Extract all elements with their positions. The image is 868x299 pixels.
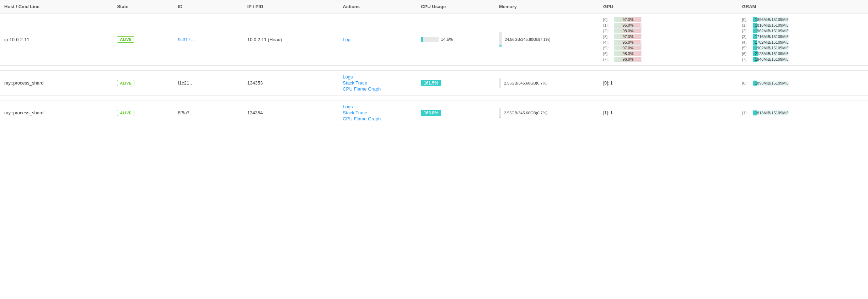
table-row: ip-10-0-2-11ALIVE9c317…10.0.2.11 (Head)L… — [0, 13, 868, 66]
ip-pid-cell: 10.0.2.11 (Head) — [243, 13, 339, 66]
gpu-pct-label: 98.0% — [614, 29, 642, 33]
gpu-pct-label: 98.0% — [614, 51, 642, 56]
gpu-index: [0]: 1 — [603, 81, 613, 86]
gpu-row: [6]: 98.0% — [603, 51, 734, 56]
gram-index: [3]: — [742, 34, 751, 39]
gram-index: [2]: — [742, 29, 751, 33]
cpu-cell: 14.6% — [417, 13, 495, 66]
col-header-id: ID — [173, 0, 243, 13]
cpu-label: 163.8% — [421, 110, 441, 116]
col-header-gram: GRAM — [738, 0, 868, 13]
gpu-bar: 95.0% — [614, 23, 642, 28]
gram-row: [7]: 1946MiB/15109MiB — [742, 57, 864, 62]
gram-index: [6]: — [742, 51, 751, 56]
gpu-index: [5]: — [603, 46, 612, 50]
gram-label: 1782MiB/15109MiB — [755, 40, 788, 45]
action-cpu-flame-graph-link[interactable]: CPU Flame Graph — [343, 116, 412, 121]
gpu-pct-label: 95.0% — [614, 23, 642, 27]
gram-row: [0]: 1893MiB/15109MiB — [742, 81, 864, 86]
gram-bar: 1962MiB/15109MiB — [753, 28, 788, 33]
gram-label: 1813MiB/15109MiB — [755, 110, 788, 115]
gpu-row: [1]: 1 — [603, 110, 734, 115]
gram-index: [1]: — [742, 23, 751, 27]
action-stack-trace-link[interactable]: Stack Trace — [343, 110, 412, 115]
state-cell: ALIVE — [113, 71, 173, 96]
gram-row: [6]: 2128MiB/15109MiB — [742, 51, 864, 56]
gpu-index: [1]: — [603, 23, 612, 27]
cpu-label: 161.5% — [421, 80, 441, 86]
memory-text: 2.55GB/345.60GB(0.7%) — [504, 111, 547, 115]
action-cpu-flame-graph-link[interactable]: CPU Flame Graph — [343, 86, 412, 92]
gram-cell: [0]: 1896MiB/15109MiB [1]: 1816MiB/15109… — [738, 13, 868, 66]
gram-row: [5]: 1902MiB/15109MiB — [742, 45, 864, 50]
gram-cell: [0]: 1893MiB/15109MiB — [738, 71, 868, 96]
memory-bar — [499, 32, 502, 47]
gpu-row: [5]: 97.0% — [603, 45, 734, 50]
gram-label: 1816MiB/15109MiB — [755, 23, 788, 28]
gram-row: [4]: 1782MiB/15109MiB — [742, 40, 864, 45]
id-cell: f1c21… — [173, 71, 243, 96]
action-stack-trace-link[interactable]: Stack Trace — [343, 80, 412, 86]
gpu-index: [7]: — [603, 57, 612, 61]
gpu-cell: [0]: 1 — [599, 71, 738, 96]
col-header-cpu: CPU Usage — [417, 0, 495, 13]
gram-index: [1]: — [742, 111, 751, 115]
id-cell: 8f5a7… — [173, 100, 243, 125]
id-cell: 9c317… — [173, 13, 243, 66]
gram-label: 1716MiB/15109MiB — [755, 34, 788, 39]
gram-row: [1]: 1813MiB/15109MiB — [742, 110, 864, 115]
gpu-pct-label: 97.0% — [614, 17, 642, 22]
gram-label: 1896MiB/15109MiB — [755, 17, 788, 22]
gram-label: 1962MiB/15109MiB — [755, 28, 788, 33]
col-header-state: State — [113, 0, 173, 13]
gpu-bar: 96.0% — [614, 57, 642, 62]
ip-pid-cell: 134353 — [243, 71, 339, 96]
gram-index: [5]: — [742, 46, 751, 50]
gram-bar: 1896MiB/15109MiB — [753, 17, 788, 22]
gram-label: 1902MiB/15109MiB — [755, 45, 788, 50]
gpu-row: [0]: 1 — [603, 81, 734, 86]
alive-badge: ALIVE — [117, 110, 134, 116]
gpu-pct-label: 97.0% — [614, 46, 642, 50]
cpu-bar — [421, 37, 439, 42]
gpu-row: [7]: 96.0% — [603, 57, 734, 62]
gram-bar: 1893MiB/15109MiB — [753, 81, 788, 86]
col-header-host: Host / Cmd Line — [0, 0, 113, 13]
action-log-link[interactable]: Log — [343, 37, 412, 42]
gram-bar: 1782MiB/15109MiB — [753, 40, 788, 45]
gpu-index: [2]: — [603, 29, 612, 33]
gram-label: 1893MiB/15109MiB — [755, 81, 788, 86]
gpu-bar: 95.0% — [614, 40, 642, 45]
host-cell: ip-10-0-2-11 — [0, 13, 113, 66]
gpu-row: [1]: 95.0% — [603, 23, 734, 28]
col-header-gpu: GPU — [599, 0, 738, 13]
gram-label: 1946MiB/15109MiB — [755, 57, 788, 62]
gram-bar: 1902MiB/15109MiB — [753, 45, 788, 50]
id-link[interactable]: 9c317… — [178, 37, 195, 42]
gpu-pct-label: 96.0% — [614, 57, 642, 61]
ip-pid-cell: 134354 — [243, 100, 339, 125]
gram-index: [0]: — [742, 81, 751, 85]
gpu-cell: [1]: 1 — [599, 100, 738, 125]
gram-row: [0]: 1896MiB/15109MiB — [742, 17, 864, 22]
memory-text: 24.56GB/345.60GB(7.1%) — [505, 37, 550, 42]
col-header-actions: Actions — [338, 0, 417, 13]
gpu-bar: 98.0% — [614, 28, 642, 33]
gpu-bar: 97.0% — [614, 34, 642, 39]
gpu-bar: 97.0% — [614, 17, 642, 22]
action-logs-link[interactable]: Logs — [343, 104, 412, 109]
memory-bar — [499, 108, 501, 118]
gram-bar: 1716MiB/15109MiB — [753, 34, 788, 39]
gram-bar: 1946MiB/15109MiB — [753, 57, 788, 62]
gpu-index: [3]: — [603, 34, 612, 39]
gpu-index: [6]: — [603, 51, 612, 56]
gram-index: [0]: — [742, 17, 751, 22]
gpu-row: [3]: 97.0% — [603, 34, 734, 39]
memory-bar — [499, 78, 501, 88]
table-row: ray::process_shardALIVEf1c21…134353LogsS… — [0, 71, 868, 96]
gpu-row: [2]: 98.0% — [603, 28, 734, 33]
memory-cell: 2.56GB/345.60GB(0.7%) — [495, 71, 599, 96]
action-logs-link[interactable]: Logs — [343, 74, 412, 80]
memory-cell: 2.55GB/345.60GB(0.7%) — [495, 100, 599, 125]
gpu-bar: 97.0% — [614, 45, 642, 50]
